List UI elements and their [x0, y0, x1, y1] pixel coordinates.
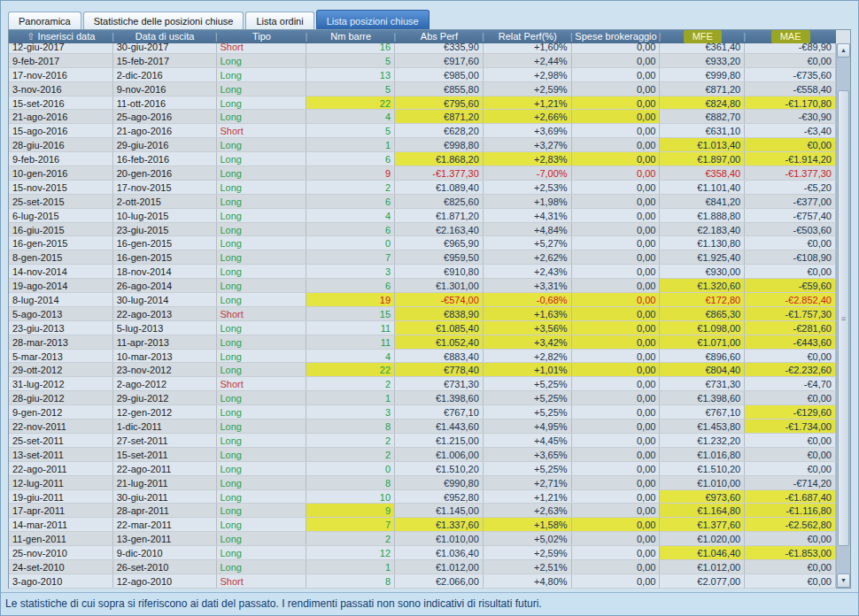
cell-abs: €1.010,00 [395, 532, 484, 545]
cell-nm: 5 [306, 124, 395, 137]
cell-mfe: €1.012,00 [660, 560, 745, 574]
cell-mfe: €2.077,00 [660, 574, 745, 588]
table-row[interactable]: 8-gen-201516-gen-2015Long7€959,50+2,62%0… [9, 250, 836, 265]
table-row[interactable]: 6-lug-201510-lug-2015Long4€1.871,20+4,31… [9, 209, 836, 223]
cell-in: 3-nov-2016 [9, 82, 113, 96]
cell-tipo: Long [217, 250, 307, 264]
column-header-tipo[interactable]: Tipo [217, 30, 307, 43]
table-row[interactable]: 21-ago-201625-ago-2016Long4€871,20+2,66%… [9, 110, 836, 124]
table-row[interactable]: 9-gen-201212-gen-2012Long3€767,10+5,25%0… [9, 405, 836, 420]
cell-in: 16-giu-2015 [9, 223, 113, 236]
cell-mfe: €841,20 [660, 195, 745, 208]
cell-nm: 22 [306, 363, 395, 376]
table-row[interactable]: 16-gen-201516-gen-2015Long0€965,90+5,27%… [9, 236, 836, 250]
cell-rel: +4,31% [484, 209, 572, 222]
cell-mae: €0,00 [745, 532, 836, 545]
column-header-mae[interactable]: MAE [745, 30, 836, 43]
table-row[interactable]: 15-nov-201517-nov-2015Long2€1.089,40+2,5… [9, 181, 836, 195]
cell-out: 2-ott-2015 [113, 195, 217, 208]
cell-mae: -€1.687,40 [745, 490, 836, 504]
table-row[interactable]: 9-feb-201616-feb-2016Long6€1.868,20+2,83… [9, 152, 836, 166]
table-row[interactable]: 28-giu-201629-giu-2016Long1€998,80+3,27%… [9, 138, 836, 152]
table-row[interactable]: 28-giu-201229-giu-2012Long1€1.398,60+5,2… [9, 391, 836, 405]
table-row[interactable]: 25-set-20152-ott-2015Long6€825,60+1,98%0… [9, 195, 836, 209]
cell-out: 10-mar-2013 [113, 350, 217, 363]
cell-mfe: €804,40 [660, 363, 745, 376]
column-header-mfe[interactable]: MFE [660, 30, 745, 43]
vertical-scrollbar[interactable]: ▲ ≡ ▼ [836, 43, 850, 588]
table-row[interactable]: 22-ago-201122-ago-2011Long0€1.510,20+5,2… [9, 462, 836, 476]
table-row[interactable]: 19-giu-201130-giu-2011Long10€952,80+1,21… [9, 490, 836, 504]
table-header-row: ⇧Inserisci data Data di uscita Tipo Nm b… [9, 30, 836, 43]
table-row[interactable]: 23-giu-20135-lug-2013Long11€1.085,40+3,5… [9, 321, 836, 335]
cell-nm: 6 [306, 195, 395, 208]
cell-rel: +2,43% [484, 265, 572, 278]
cell-in: 15-ago-2016 [9, 124, 113, 137]
cell-mae: -€2.562,80 [745, 518, 836, 531]
table-row[interactable]: 8-lug-201430-lug-2014Long19-€574,00-0,68… [9, 293, 836, 307]
cell-abs: €871,20 [395, 110, 484, 123]
column-header-spese-brokeraggio[interactable]: Spese brokeraggio [572, 30, 661, 43]
cell-tipo: Long [217, 490, 307, 504]
table-row[interactable]: 17-nov-20162-dic-2016Long13€985,00+2,98%… [9, 68, 836, 82]
cell-mae: -€1.170,80 [745, 96, 836, 110]
cell-rel: +2,71% [484, 476, 572, 489]
cell-abs: €910,80 [395, 265, 484, 278]
tab-panoramica[interactable]: Panoramica [8, 12, 81, 29]
cell-in: 8-lug-2014 [9, 293, 113, 306]
table-row[interactable]: 11-gen-201113-gen-2011Long2€1.010,00+5,0… [9, 532, 836, 546]
table-row[interactable]: 31-lug-20122-ago-2012Short2€731,30+5,25%… [9, 377, 836, 391]
scrollbar-thumb[interactable]: ≡ [838, 90, 849, 546]
table-row[interactable]: 3-nov-20169-nov-2016Long5€855,80+2,59%0,… [9, 82, 836, 96]
table-row[interactable]: 9-feb-201715-feb-2017Long5€917,60+2,44%0… [9, 54, 836, 68]
table-row[interactable]: 25-nov-20109-dic-2010Long12€1.036,40+2,5… [9, 546, 836, 560]
cell-tipo: Long [217, 448, 307, 461]
tab-statistiche-posizioni-chiuse[interactable]: Statistiche delle posizioni chiuse [83, 12, 244, 29]
column-header-abs-perf[interactable]: Abs Perf [395, 30, 484, 43]
column-header-data-di-uscita[interactable]: Data di uscita [113, 30, 217, 43]
cell-abs: €952,80 [395, 490, 484, 504]
cell-mfe: €1.046,40 [660, 546, 745, 559]
table-row[interactable]: 15-set-201611-ott-2016Long22€795,60+1,21… [9, 96, 836, 111]
table-row[interactable]: 10-gen-201620-gen-2016Long9-€1.377,30-7,… [9, 166, 836, 181]
table-row[interactable]: 13-set-201115-set-2011Long2€1.006,00+3,6… [9, 448, 836, 462]
cell-in: 17-nov-2016 [9, 68, 113, 81]
table-row[interactable]: 29-ott-201223-nov-2012Long22€778,40+1,01… [9, 363, 836, 377]
table-row[interactable]: 14-nov-201418-nov-2014Long3€910,80+2,43%… [9, 265, 836, 279]
tab-lista-ordini[interactable]: Lista ordini [245, 12, 313, 29]
scroll-up-button[interactable]: ▲ [837, 43, 850, 58]
table-row[interactable]: 25-set-201127-set-2011Long2€1.215,00+4,4… [9, 434, 836, 448]
cell-tipo: Long [217, 181, 307, 194]
table-row[interactable]: 28-mar-201311-apr-2013Long11€1.052,40+3,… [9, 335, 836, 350]
cell-nm: 6 [306, 152, 395, 166]
cell-mae: -€2.232,60 [745, 363, 836, 376]
cell-mfe: €930,00 [660, 265, 745, 278]
table-row[interactable]: 22-nov-20111-dic-2011Long8€1.443,60+4,95… [9, 420, 836, 434]
cell-in: 5-mar-2013 [9, 350, 113, 363]
cell-nm: 4 [306, 350, 395, 363]
tab-lista-posizioni-chiuse[interactable]: Lista posizioni chiuse [316, 10, 430, 29]
table-row[interactable]: 19-ago-201426-ago-2014Long6€1.301,00+3,3… [9, 279, 836, 293]
cell-mfe: €1.398,60 [660, 391, 745, 404]
table-row[interactable]: 16-giu-201523-giu-2015Long6€2.163,40+4,8… [9, 223, 836, 237]
cell-out: 23-nov-2012 [113, 363, 217, 376]
cell-tipo: Long [217, 293, 307, 306]
cell-nm: 0 [306, 462, 395, 475]
column-header-relat-perf[interactable]: Relat Perf(%) [484, 30, 572, 43]
table-row[interactable]: 12-giu-201730-giu-2017Short16€335,90+1,6… [9, 43, 836, 54]
cell-nm: 11 [306, 321, 395, 335]
scroll-down-button[interactable]: ▼ [837, 574, 850, 588]
table-row[interactable]: 12-lug-201121-lug-2011Long8€990,80+2,71%… [9, 476, 836, 490]
cell-rel: +4,80% [484, 574, 572, 588]
cell-mfe: €361,40 [660, 43, 745, 53]
table-row[interactable]: 3-ago-201012-ago-2010Short8€2.066,00+4,8… [9, 574, 836, 589]
table-row[interactable]: 15-ago-201621-ago-2016Short5€628,20+3,69… [9, 124, 836, 138]
cell-tipo: Long [217, 195, 307, 208]
table-row[interactable]: 17-apr-201128-apr-2011Long9€1.145,00+2,6… [9, 504, 836, 518]
column-header-nm-barre[interactable]: Nm barre [306, 30, 395, 43]
table-row[interactable]: 5-ago-201322-ago-2013Short15€838,90+1,63… [9, 307, 836, 321]
table-row[interactable]: 14-mar-201122-mar-2011Long7€1.337,60+1,5… [9, 518, 836, 532]
table-row[interactable]: 5-mar-201310-mar-2013Long4€883,40+2,82%0… [9, 350, 836, 364]
column-header-inserisci-data[interactable]: ⇧Inserisci data [9, 30, 113, 43]
table-row[interactable]: 24-set-201026-set-2010Long1€1.012,00+2,5… [9, 560, 836, 574]
